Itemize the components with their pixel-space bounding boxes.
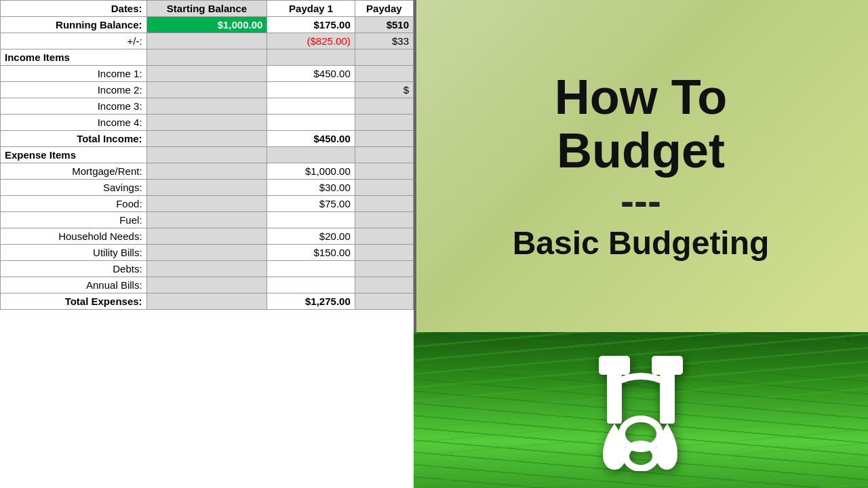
expense-section-header: Expense Items bbox=[1, 147, 414, 163]
payday1-header: Payday 1 bbox=[267, 1, 355, 17]
plus-minus-starting bbox=[146, 33, 267, 49]
running-balance-label: Running Balance: bbox=[1, 17, 147, 33]
household-label: Household Needs: bbox=[1, 228, 147, 245]
expense-mortgage: Mortgage/Rent: $1,000.00 bbox=[1, 163, 414, 180]
header-row: Dates: Starting Balance Payday 1 Payday bbox=[1, 1, 414, 17]
utility-label: Utility Bills: bbox=[1, 245, 147, 261]
mortgage-label: Mortgage/Rent: bbox=[1, 163, 147, 180]
svg-rect-3 bbox=[652, 356, 683, 375]
fuel-label: Fuel: bbox=[1, 212, 147, 228]
income4-label: Income 4: bbox=[1, 115, 147, 131]
annual-label: Annual Bills: bbox=[1, 277, 147, 293]
expense-debts: Debts: bbox=[1, 261, 414, 277]
savings-label: Savings: bbox=[1, 180, 147, 196]
plus-minus-payday1: ($825.00) bbox=[267, 33, 355, 49]
total-expenses-payday1: $1,275.00 bbox=[267, 293, 355, 310]
brand-logo bbox=[587, 349, 695, 471]
income-item-2: Income 2: $ bbox=[1, 82, 414, 98]
plus-minus-payday2: $33 bbox=[355, 33, 413, 49]
budget-table: Dates: Starting Balance Payday 1 Payday … bbox=[0, 0, 414, 310]
expense-items-label: Expense Items bbox=[1, 147, 147, 163]
running-balance-row: Running Balance: $1,000.00 $175.00 $510 bbox=[1, 17, 414, 33]
right-panel: How To Budget --- Basic Budgeting bbox=[414, 0, 868, 488]
mortgage-payday1: $1,000.00 bbox=[267, 163, 355, 180]
income-items-label: Income Items bbox=[1, 49, 147, 66]
plus-minus-label: +/-: bbox=[1, 33, 147, 49]
spreadsheet-panel: Dates: Starting Balance Payday 1 Payday … bbox=[0, 0, 414, 488]
total-income-label: Total Income: bbox=[1, 131, 147, 147]
running-balance-payday2: $510 bbox=[355, 17, 413, 33]
expense-fuel: Fuel: bbox=[1, 212, 414, 228]
svg-rect-1 bbox=[599, 356, 630, 375]
running-balance-payday1: $175.00 bbox=[267, 17, 355, 33]
title-line2: Budget bbox=[557, 124, 725, 178]
grass-area bbox=[414, 332, 868, 488]
expense-household: Household Needs: $20.00 bbox=[1, 228, 414, 245]
title-subtitle: Basic Budgeting bbox=[513, 224, 770, 262]
income1-payday1: $450.00 bbox=[267, 66, 355, 82]
logo-container bbox=[587, 349, 695, 471]
payday2-header: Payday bbox=[355, 1, 413, 17]
total-income-row: Total Income: $450.00 bbox=[1, 131, 414, 147]
expense-utility: Utility Bills: $150.00 bbox=[1, 245, 414, 261]
income-section-header: Income Items bbox=[1, 49, 414, 66]
food-payday1: $75.00 bbox=[267, 196, 355, 212]
income2-payday2: $ bbox=[355, 82, 413, 98]
title-line1: How To bbox=[555, 70, 728, 124]
expense-savings: Savings: $30.00 bbox=[1, 180, 414, 196]
debts-label: Debts: bbox=[1, 261, 147, 277]
expense-annual: Annual Bills: bbox=[1, 277, 414, 293]
total-expenses-label: Total Expenses: bbox=[1, 293, 147, 310]
income3-label: Income 3: bbox=[1, 98, 147, 115]
plus-minus-row: +/-: ($825.00) $33 bbox=[1, 33, 414, 49]
income-item-3: Income 3: bbox=[1, 98, 414, 115]
savings-payday1: $30.00 bbox=[267, 180, 355, 196]
title-separator: --- bbox=[620, 178, 661, 224]
income-item-1: Income 1: $450.00 bbox=[1, 66, 414, 82]
title-area: How To Budget --- Basic Budgeting bbox=[414, 0, 868, 332]
expense-food: Food: $75.00 bbox=[1, 196, 414, 212]
income1-label: Income 1: bbox=[1, 66, 147, 82]
starting-balance-header: Starting Balance bbox=[146, 1, 267, 17]
total-expenses-row: Total Expenses: $1,275.00 bbox=[1, 293, 414, 310]
running-balance-starting: $1,000.00 bbox=[146, 17, 267, 33]
dates-label: Dates: bbox=[1, 1, 147, 17]
food-label: Food: bbox=[1, 196, 147, 212]
household-payday1: $20.00 bbox=[267, 228, 355, 245]
income-item-4: Income 4: bbox=[1, 115, 414, 131]
income2-label: Income 2: bbox=[1, 82, 147, 98]
utility-payday1: $150.00 bbox=[267, 245, 355, 261]
total-income-payday1: $450.00 bbox=[267, 131, 355, 147]
